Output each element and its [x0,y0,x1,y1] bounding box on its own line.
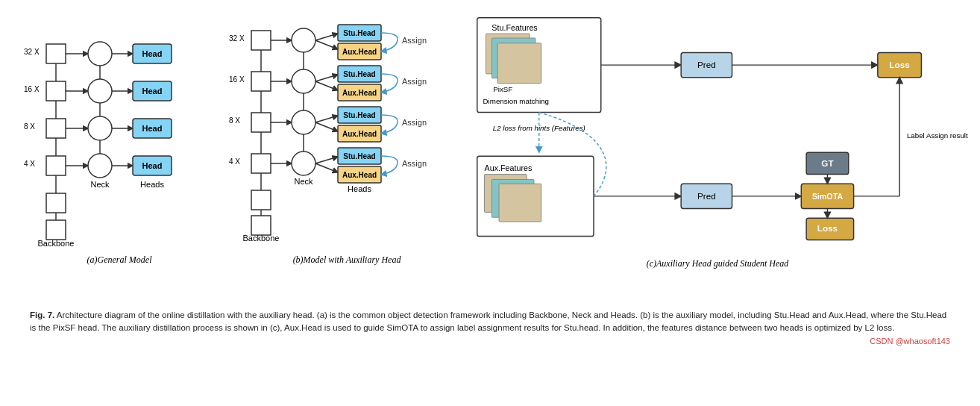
b-backbone-sq-4 [251,154,271,173]
c-stu-features-label: Stu.Features [491,23,537,32]
panel-b-label: (b)Model with Auxiliary Head [293,254,401,266]
backbone-sq-6 [46,220,66,240]
b-aux-label-3: Aux.Head [342,130,377,138]
b-stu-label-2: Stu.Head [343,70,375,78]
panel-a-svg: 32 X 16 X 8 X 4 X [22,11,216,250]
scale-32x-a: 32 X [24,48,40,56]
b-backbone-sq-2 [251,72,271,91]
b-backbone-sq-5 [251,190,271,210]
head-label-4: Head [142,161,163,170]
b-assign-arrow-3 [381,115,398,134]
neck-circle-1 [88,42,112,66]
b-backbone-sq-1 [251,31,271,50]
b-assign-arrow-2 [381,74,398,93]
b-stu-label-3: Stu.Head [343,111,375,119]
b-neck-circle-1 [292,28,315,52]
b-assign-label-4: Assign [402,159,427,168]
c-label-assign-label: Label Assign result [907,131,968,140]
b-neck-circle-4 [292,152,315,175]
backbone-sq-4 [46,156,66,175]
b-arrow-stu-3 [315,116,338,122]
scale-4x-a: 4 X [24,160,35,168]
panel-a-label: (a)General Model [87,254,152,266]
b-arrow-aux-1 [315,40,338,49]
caption-text: Architecture diagram of the online disti… [30,310,946,332]
b-backbone-sq-6 [251,216,271,235]
b-assign-arrow-1 [381,33,398,51]
c-gt-label: GT [821,158,834,168]
caption-row: Fig. 7. Architecture diagram of the onli… [15,306,965,335]
b-arrow-stu-1 [315,34,338,40]
scale-4x-b: 4 X [229,157,240,166]
b-neck-label: Neck [294,177,313,186]
b-neck-circle-2 [292,69,315,93]
c-stu-card-front [497,43,541,84]
neck-circle-4 [88,154,112,178]
head-label-1: Head [142,49,163,58]
b-stu-label-4: Stu.Head [343,152,375,160]
neck-circle-3 [88,116,112,140]
b-heads-label: Heads [348,184,371,193]
b-aux-label-2: Aux.Head [342,89,377,97]
csdn-watermark: CSDN @whaosoft143 [15,337,965,346]
diagrams-row: 32 X 16 X 8 X 4 X [15,7,965,306]
main-container: 32 X 16 X 8 X 4 X [0,0,980,353]
b-neck-circle-3 [292,110,315,134]
panel-c-svg: Stu.Features PixSF Dimension matching Pr… [470,7,965,254]
c-simota-label: SimOTA [812,192,844,201]
c-pred-label-bottom: Pred [697,191,716,201]
b-arrow-aux-4 [315,163,338,172]
panel-c-diagram: Stu.Features PixSF Dimension matching Pr… [470,7,965,254]
b-aux-label-4: Aux.Head [342,171,377,179]
neck-circle-2 [88,79,112,103]
scale-8x-a: 8 X [24,122,35,131]
c-dim-matching-label: Dimension matching [483,97,549,105]
c-pred-label-top: Pred [697,60,716,69]
backbone-sq-3 [46,119,66,138]
c-aux-features-label: Aux.Features [485,163,533,172]
panel-b-diagram: 32 X 16 X 8 X 4 X [227,11,466,250]
scale-16x-a: 16 X [24,85,40,93]
c-pixsf-label: PixSF [493,85,512,93]
backbone-label-a: Backbone [38,239,75,248]
scale-16x-b: 16 X [229,75,245,84]
neck-label-a: Neck [90,180,110,189]
b-assign-label-2: Assign [402,77,427,86]
c-aux-card-front [499,184,541,222]
heads-label-a: Heads [140,180,164,189]
panel-a: 32 X 16 X 8 X 4 X [15,7,224,306]
c-loss-label-bottom: Loss [817,223,838,233]
b-arrow-stu-2 [315,75,338,81]
scale-8x-b: 8 X [229,116,240,125]
backbone-sq-1 [46,44,66,63]
scale-32x-b: 32 X [229,34,245,43]
caption-fig-number: Fig. 7. [30,310,54,319]
c-loss-label-top: Loss [889,60,910,69]
b-stu-label-1: Stu.Head [343,29,375,37]
b-assign-label-1: Assign [402,36,427,45]
panel-a-diagram: 32 X 16 X 8 X 4 X [22,11,216,250]
panel-c: Stu.Features PixSF Dimension matching Pr… [470,7,965,306]
b-arrow-stu-4 [315,157,338,163]
backbone-sq-2 [46,81,66,101]
b-assign-arrow-4 [381,156,398,175]
b-aux-label-1: Aux.Head [342,48,377,56]
backbone-sq-5 [46,193,66,213]
head-label-2: Head [142,87,163,96]
panel-b: 32 X 16 X 8 X 4 X [224,7,470,306]
panel-b-svg: 32 X 16 X 8 X 4 X [227,11,466,250]
b-arrow-aux-3 [315,122,338,131]
panel-c-label: (c)Auxiliary Head guided Student Head [647,258,789,269]
b-backbone-label: Backbone [243,234,280,243]
head-label-3: Head [142,124,163,133]
b-assign-label-3: Assign [402,118,427,127]
b-arrow-aux-2 [315,81,338,90]
b-backbone-sq-3 [251,113,271,132]
